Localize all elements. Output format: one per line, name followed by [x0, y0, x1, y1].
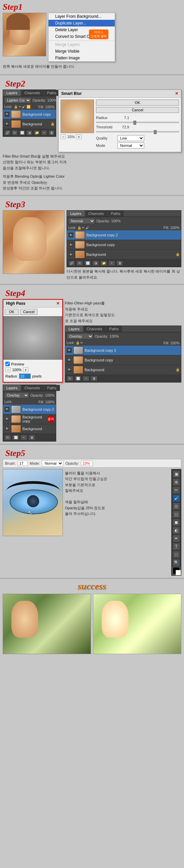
tool-clone[interactable]: ⊙: [173, 502, 180, 510]
quality-select[interactable]: Low: [117, 135, 144, 141]
tab-layers-step3[interactable]: Layers: [67, 211, 85, 217]
menu-item-flatten-image[interactable]: Flatten Image: [48, 55, 115, 61]
tool-zoom[interactable]: 🔍: [173, 559, 180, 566]
footer-btn-folder[interactable]: 📁: [34, 130, 40, 135]
blend-mode-select-step4t[interactable]: Overlay: [67, 333, 93, 339]
layer-row-bg-step2[interactable]: 👁 Background 🔒: [3, 119, 56, 129]
tab-layers-step4t[interactable]: Layers: [65, 326, 83, 332]
footer-btn-adjust[interactable]: ◑: [27, 130, 32, 135]
layer-row-bgc2-step4t[interactable]: 👁 Background copy 2: [65, 346, 181, 355]
eye-icon-bg-copy-step3[interactable]: 👁: [68, 242, 74, 247]
layer-row-bg-copy-step2[interactable]: 👁 Background copy: [3, 110, 56, 119]
tool-lasso[interactable]: ⊕: [173, 478, 180, 486]
smart-blur-cancel[interactable]: Cancel: [96, 107, 179, 113]
footer-btn-fx[interactable]: fx: [12, 130, 18, 135]
menu-item-layer-from-bg[interactable]: Layer From Background...: [48, 13, 115, 20]
tab-channels-step3[interactable]: Channels: [85, 211, 107, 217]
footer-btn-new-s3[interactable]: +: [108, 260, 115, 266]
brush-size-input[interactable]: [18, 461, 28, 466]
tab-channels-step4b[interactable]: Channels: [21, 385, 43, 391]
smart-blur-close[interactable]: ✕: [175, 91, 178, 96]
tool-gradient[interactable]: ◼: [173, 519, 180, 526]
footer-btn-new[interactable]: +: [41, 130, 47, 135]
eye-icon-bg-step4b[interactable]: 👁: [4, 426, 10, 432]
footer-btn-link-s3[interactable]: 🔗: [68, 260, 75, 266]
layer-row-bgc-step4b[interactable]: 👁 Background copy 클릭: [3, 414, 56, 424]
footer-btn-mask[interactable]: ⬜: [19, 130, 25, 135]
high-pass-ok[interactable]: OK: [5, 309, 19, 315]
layer-row-bgc-step4t[interactable]: 👁 Background copy: [65, 355, 181, 365]
zoom-minus[interactable]: −: [61, 134, 66, 139]
footer-btn-new-s4t[interactable]: +: [83, 376, 89, 381]
eye-icon-bg-copy-step2[interactable]: 👁: [4, 112, 10, 117]
blend-mode-select-step2[interactable]: Lighter Color: [4, 97, 31, 103]
layer-row-bg-step3[interactable]: 👁 Background 🔒: [67, 250, 181, 259]
lock-row-step4t: Lock: 🔒 ✏ Fill: 100%: [65, 340, 181, 346]
high-pass-cancel[interactable]: Cancel: [20, 309, 37, 315]
tab-channels-step4t[interactable]: Channels: [83, 326, 105, 332]
footer-btn-fx-s3[interactable]: fx: [76, 260, 83, 266]
tab-paths-step4b[interactable]: Paths: [44, 385, 60, 391]
footer-btn-trash-s4t[interactable]: 🗑: [91, 376, 97, 381]
tool-pen[interactable]: ✒: [173, 535, 180, 542]
tool-shape[interactable]: □: [173, 551, 180, 558]
tab-paths-step3[interactable]: Paths: [108, 211, 124, 217]
layer-row-bg-copy-step3[interactable]: 👁 Background copy: [67, 240, 181, 250]
radius-input-hp[interactable]: [19, 373, 31, 379]
tool-crop[interactable]: ✂: [173, 487, 180, 494]
mode-select-step5[interactable]: Normal: [42, 460, 63, 466]
footer-btn-fx-s4b[interactable]: fx: [4, 435, 11, 440]
eye-icon-bgc2-step4b[interactable]: 👁: [4, 407, 10, 412]
eye-icon-bgc2-step4t[interactable]: 👁: [67, 348, 72, 353]
footer-btn-fx-s4t[interactable]: fx: [67, 376, 73, 381]
tool-selection[interactable]: ▣: [173, 470, 180, 478]
footer-btn-new-s4b[interactable]: +: [21, 435, 27, 440]
tab-channels-step2[interactable]: Channels: [21, 90, 43, 96]
tool-eraser[interactable]: ◻: [173, 510, 180, 518]
zoom-plus-hp[interactable]: +: [23, 367, 29, 372]
footer-btn-mask-s4t[interactable]: ⬜: [75, 376, 81, 381]
tool-text[interactable]: T: [173, 543, 180, 550]
layer-row-bgc2-step4b[interactable]: 👁 Background copy 2: [3, 405, 56, 414]
preview-checkbox[interactable]: [5, 362, 10, 366]
menu-item-duplicate-layer[interactable]: Duplicate Layer...: [48, 20, 115, 27]
blend-mode-select-step3[interactable]: Normal: [68, 218, 95, 224]
eye-icon-bg-step3[interactable]: 👁: [68, 252, 74, 257]
layer-row-bg-step4t[interactable]: 👁 Background 🔒: [65, 365, 181, 375]
eye-icon-bg-step2[interactable]: 👁: [4, 121, 10, 127]
footer-btn-trash-s3[interactable]: 🗑: [116, 260, 123, 266]
footer-btn-mask-s4b[interactable]: ⬜: [12, 435, 19, 440]
blend-mode-select-step4b[interactable]: Overlay: [4, 392, 29, 398]
high-pass-close[interactable]: ✕: [56, 301, 60, 306]
opacity-input-step5[interactable]: [81, 461, 93, 466]
zoom-plus[interactable]: +: [76, 134, 81, 139]
eye-icon-bgc-step4t[interactable]: 👁: [67, 358, 72, 363]
layer-row-bg-copy2-step3[interactable]: 👁 Background copy 2: [67, 230, 181, 240]
threshold-slider[interactable]: [96, 131, 179, 132]
menu-item-merge-visible[interactable]: Merge Visible: [48, 48, 115, 55]
tool-color-fg[interactable]: [173, 567, 180, 574]
tab-paths-step4t[interactable]: Paths: [106, 326, 122, 332]
zoom-minus-hp[interactable]: −: [5, 367, 11, 372]
eye-icon-bg-step4t[interactable]: 👁: [67, 367, 72, 372]
tab-layers-step2[interactable]: Layers: [3, 90, 21, 96]
footer-btn-link[interactable]: 🔗: [4, 130, 10, 135]
threshold-slider-thumb[interactable]: [154, 130, 156, 134]
tool-brush[interactable]: 🖌: [173, 495, 180, 502]
radius-slider-thumb[interactable]: [134, 121, 136, 125]
eye-icon-bg-copy2-step3[interactable]: 👁: [68, 232, 74, 238]
footer-btn-adjust-s3[interactable]: ◑: [92, 260, 99, 266]
tab-layers-step4b[interactable]: Layers: [3, 385, 21, 391]
footer-btn-trash-s4b[interactable]: 🗑: [29, 435, 35, 440]
tool-dodge[interactable]: ◐: [173, 527, 180, 534]
footer-btn-mask-s3[interactable]: ⬜: [84, 260, 91, 266]
layer-row-bg-step4b[interactable]: 👁 Background: [3, 424, 56, 434]
footer-btn-folder-s3[interactable]: 📁: [100, 260, 107, 266]
click-annotation: 클릭: [47, 415, 54, 423]
smart-blur-ok[interactable]: OK: [96, 100, 179, 105]
radius-slider[interactable]: [96, 122, 179, 123]
footer-btn-trash[interactable]: 🗑: [48, 130, 54, 135]
eye-icon-bgc-step4b[interactable]: 👁: [4, 416, 10, 422]
mode-select[interactable]: Normal: [117, 143, 144, 149]
tab-paths-step2[interactable]: Paths: [44, 90, 60, 96]
